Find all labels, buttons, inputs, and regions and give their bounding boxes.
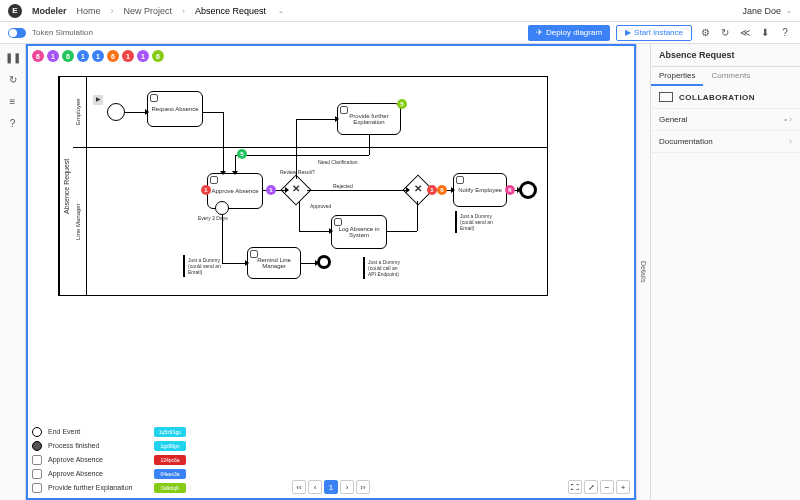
simulation-toggle[interactable]: [8, 28, 26, 38]
panel-title: Absence Request: [651, 44, 800, 67]
refresh-icon[interactable]: ↻: [6, 72, 20, 86]
pager-last[interactable]: ››: [356, 480, 370, 494]
pager-prev[interactable]: ‹: [308, 480, 322, 494]
token-badge[interactable]: 1: [77, 50, 89, 62]
legend-row: Process finished1gz89gn: [32, 439, 186, 452]
task-provide[interactable]: Provide further Explanation: [337, 103, 401, 135]
remind-end-event[interactable]: [317, 255, 331, 269]
timer-event[interactable]: [215, 201, 229, 215]
token-strip: 616116116: [32, 50, 164, 62]
zoom-in-icon[interactable]: +: [616, 480, 630, 494]
note-remind: Just a Dummy (could send an Email): [183, 255, 225, 277]
legend-row: End Event1q5z91go: [32, 425, 186, 438]
chevron-down-icon[interactable]: ⌄: [278, 7, 284, 15]
pause-icon[interactable]: ❚❚: [6, 50, 20, 64]
section-collaboration: COLLABORATION: [651, 86, 800, 109]
details-tab[interactable]: Details: [636, 44, 650, 500]
user-menu[interactable]: Jane Doe ⌄: [742, 6, 792, 16]
legend: End Event1q5z91goProcess finished1gz89gn…: [32, 425, 186, 494]
end-event[interactable]: [519, 181, 537, 199]
row-general[interactable]: General• ›: [651, 109, 800, 131]
breadcrumb-current[interactable]: Absence Request: [195, 6, 266, 16]
pager-next[interactable]: ›: [340, 480, 354, 494]
diagram-canvas[interactable]: 616116116 Absence Request Employee Line …: [26, 44, 636, 500]
task-request[interactable]: Request Absence: [147, 91, 203, 127]
help-tool-icon[interactable]: ?: [6, 116, 20, 130]
note-log: Just a Dummy (could call an API Endpoint…: [363, 257, 405, 279]
properties-panel: Absence Request Properties Comments COLL…: [650, 44, 800, 500]
breadcrumb-home[interactable]: Home: [77, 6, 101, 16]
start-event[interactable]: [107, 103, 125, 121]
help-icon[interactable]: ?: [778, 26, 792, 40]
action-bar: Token Simulation ✈ Deploy diagram ▶ Star…: [0, 22, 800, 44]
token-badge[interactable]: 6: [32, 50, 44, 62]
top-bar: E Modeler Home › New Project › Absence R…: [0, 0, 800, 22]
start-button[interactable]: ▶ Start instance: [616, 25, 692, 41]
legend-row: Approve Absence124pc6a: [32, 453, 186, 466]
token-badge[interactable]: 1: [122, 50, 134, 62]
tab-properties[interactable]: Properties: [651, 67, 703, 86]
list-icon[interactable]: ≡: [6, 94, 20, 108]
collaboration-icon: [659, 92, 673, 102]
bpmn-diagram: Absence Request Employee Line Manager ▶ …: [58, 76, 548, 326]
share-icon[interactable]: ≪: [738, 26, 752, 40]
token-badge[interactable]: 1: [137, 50, 149, 62]
task-log[interactable]: Log Absence in System: [331, 215, 387, 249]
deploy-button[interactable]: ✈ Deploy diagram: [528, 25, 610, 41]
breadcrumb-project[interactable]: New Project: [124, 6, 173, 16]
zoom-out-icon[interactable]: −: [600, 480, 614, 494]
hierarchy-icon[interactable]: ⚙: [698, 26, 712, 40]
history-icon[interactable]: ↻: [718, 26, 732, 40]
task-remind[interactable]: Remind Line Manager: [247, 247, 301, 279]
pager: ‹‹ ‹ 1 › ››: [292, 480, 370, 494]
legend-row: Provide further Explanation0a9zlq6: [32, 481, 186, 494]
zoom-controls: ⛶ ⤢ − +: [568, 480, 630, 494]
lane-manager: Line Manager: [75, 147, 81, 297]
app-name: Modeler: [32, 6, 67, 16]
tab-comments[interactable]: Comments: [703, 67, 758, 86]
simulation-label: Token Simulation: [32, 28, 93, 37]
token-badge[interactable]: 6: [152, 50, 164, 62]
pager-first[interactable]: ‹‹: [292, 480, 306, 494]
task-notify[interactable]: Notify Employee: [453, 173, 507, 207]
fullscreen-icon[interactable]: ⛶: [568, 480, 582, 494]
lane-employee: Employee: [75, 77, 81, 147]
legend-row: Approve Absence04eex3a: [32, 467, 186, 480]
row-documentation[interactable]: Documentation›: [651, 131, 800, 153]
fit-icon[interactable]: ⤢: [584, 480, 598, 494]
note-notify: Just a Dummy (could send an Email): [455, 211, 497, 233]
play-token-icon[interactable]: ▶: [93, 95, 103, 105]
token-badge[interactable]: 6: [107, 50, 119, 62]
app-logo: E: [8, 4, 22, 18]
left-toolbar: ❚❚ ↻ ≡ ?: [0, 44, 26, 500]
token-badge[interactable]: 1: [92, 50, 104, 62]
download-icon[interactable]: ⬇: [758, 26, 772, 40]
pool-label: Absence Request: [59, 77, 73, 295]
token-badge[interactable]: 6: [62, 50, 74, 62]
token-badge[interactable]: 1: [47, 50, 59, 62]
pager-current[interactable]: 1: [324, 480, 338, 494]
chevron-down-icon: ⌄: [786, 7, 792, 15]
